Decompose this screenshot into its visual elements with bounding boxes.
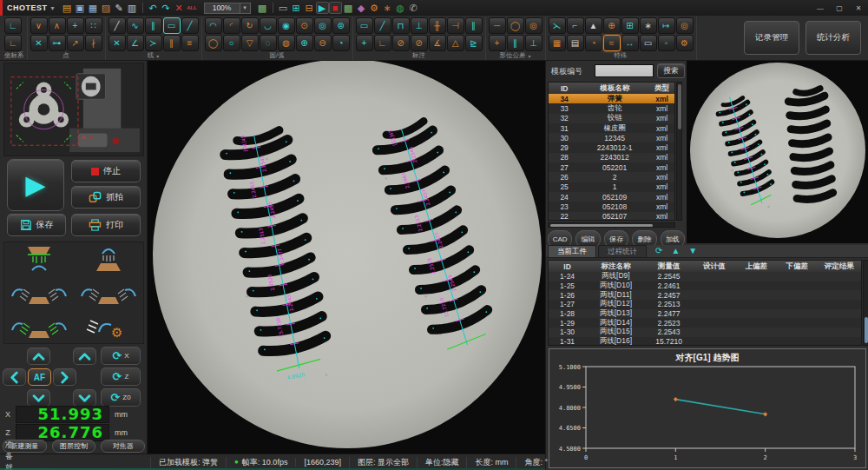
ribbon-tool-icon[interactable]: ∟ [4,17,22,34]
ribbon-tool-icon[interactable]: ⊙ [296,17,313,34]
ribbon-tool-icon[interactable]: ∥ [465,17,483,34]
layers-icon[interactable]: ⊟ [303,2,316,14]
jog-up-2-button[interactable] [73,348,96,365]
reset-z0-button[interactable]: ⟳Z0 [101,388,141,407]
ribbon-tool-icon[interactable]: ∟ [4,35,22,51]
zoom-select[interactable]: 100% ▾ [204,3,251,14]
ribbon-tool-icon[interactable]: ⊥ [525,35,542,51]
maximize-button[interactable]: ▢ [830,2,849,14]
undo-icon[interactable]: ↶ [147,2,160,14]
reset-z-button[interactable]: ⟳Z [101,367,141,386]
ribbon-tool-icon[interactable]: ↻ [241,17,259,34]
template-row[interactable]: 23052108xml [549,202,674,211]
jog-down-button[interactable] [27,389,50,407]
autofocus-button[interactable]: AF [28,368,51,386]
ribbon-tool-icon[interactable]: ∠ [127,35,144,51]
template-row[interactable]: 24052109xml [549,192,674,202]
jog-up-button[interactable] [27,348,50,365]
template-search-button[interactable]: 搜索 [657,63,685,78]
ribbon-tool-icon[interactable]: ╫ [429,17,446,34]
ribbon-tool-icon[interactable]: △ [447,35,464,51]
template-row[interactable]: 3012345xml [549,133,674,142]
ribbon-tool-icon[interactable]: ✕ [30,35,48,51]
zoom-caret-icon[interactable]: ▾ [240,3,251,14]
main-camera-view[interactable]: [G1]452.25452.24612.24572.25132.24772.25… [148,61,545,453]
save-file-icon[interactable]: ▣ [74,2,87,14]
jog-right-button[interactable] [53,368,76,386]
ribbon-tool-icon[interactable]: ╱ [181,17,199,34]
template-row[interactable]: 27052201xml [549,162,674,172]
ribbon-tool-icon[interactable]: ∗ [640,17,657,34]
ribbon-tool-icon[interactable]: ╱ [108,17,126,34]
ribbon-tool-icon[interactable]: ∟ [374,35,391,51]
ribbon-tool-icon[interactable]: ⚙ [676,35,694,51]
template-table-hscrollbar[interactable] [548,222,675,228]
template-row[interactable]: 34弹簧xml [549,94,674,103]
move-up-icon[interactable]: ▲ [671,247,680,255]
ribbon-tool-icon[interactable]: ≈ [603,35,621,51]
focuser-button[interactable]: 对焦器 [101,440,145,453]
statistics-button[interactable]: 统计分析 [806,21,861,55]
ribbon-tool-icon[interactable]: ▭ [163,17,181,34]
ribbon-tool-icon[interactable]: ▤ [567,35,584,51]
template-row[interactable]: 33齿轮xml [549,103,674,113]
gamepad-icon[interactable]: ◆ [355,2,368,14]
light-coaxial-button[interactable] [74,242,143,276]
template-row[interactable]: 22052107xml [549,212,674,221]
ribbon-tool-icon[interactable]: ↦ [658,17,675,34]
ribbon-tool-icon[interactable]: ◡ [260,17,277,34]
ribbon-tool-icon[interactable]: ⊓ [392,17,410,34]
light-transmitted-button[interactable] [4,242,74,276]
template-row[interactable]: 262xml [549,172,674,182]
ribbon-tool-icon[interactable]: ⊶ [49,35,66,51]
ribbon-tool-icon[interactable]: ∤ [85,35,102,51]
capture-button[interactable]: 抓拍 [71,186,141,209]
delete-icon[interactable]: ✕ [173,2,186,14]
app-menu-caret[interactable]: ▾ [51,4,55,12]
template-row[interactable]: 32铰链xml [549,114,674,123]
ribbon-tool-icon[interactable]: ∿ [127,17,144,34]
edit-note-icon[interactable]: ✎ [113,2,126,14]
ribbon-tool-icon[interactable]: ⊖ [314,35,332,51]
ribbon-tool-icon[interactable]: ⌐ [567,17,584,34]
group-dropdown-caret[interactable]: ▾ [528,53,530,59]
ribbon-tool-icon[interactable]: ∥ [507,35,524,51]
ribbon-tool-icon[interactable]: ⊘ [392,35,410,51]
ribbon-tool-icon[interactable]: ∡ [429,35,446,51]
clipboard-icon[interactable]: ▥ [126,2,139,14]
ribbon-tool-icon[interactable]: ▭ [356,17,373,34]
export-icon[interactable]: ▨ [100,2,113,14]
record-icon[interactable]: ■ [329,2,342,14]
group-dropdown-caret[interactable]: ▾ [156,53,159,59]
ribbon-tool-icon[interactable]: + [489,35,506,51]
records-manage-button[interactable]: 记录管理 [744,21,799,55]
ribbon-tool-icon[interactable]: ∷ [85,17,102,34]
light-ring-b-button[interactable] [74,276,143,310]
light-ring-a-button[interactable] [4,276,74,310]
ribbon-tool-icon[interactable]: ◍ [278,35,295,51]
tab-current-workpiece[interactable]: 当前工件 [548,245,596,257]
result-row[interactable]: 1-31两线[D16]15.7210 [549,337,861,346]
run-measure-button[interactable]: ▶ [7,159,64,211]
jog-down-2-button[interactable] [73,389,96,407]
ribbon-tool-icon[interactable]: ⊘ [411,35,428,51]
ribbon-tool-icon[interactable]: ↗ [67,35,84,51]
ribbon-tool-icon[interactable]: + [356,35,373,51]
ribbon-tool-icon[interactable]: ⊣ [447,17,464,34]
ribbon-tool-icon[interactable]: ⊜ [332,17,350,34]
ribbon-tool-icon[interactable]: ◯ [507,17,524,34]
grid-snap-icon[interactable]: ⊞ [290,2,303,14]
template-table-scrollbar[interactable] [676,82,682,221]
ribbon-tool-icon[interactable]: ≡ [181,35,199,51]
move-down-icon[interactable]: ▼ [688,247,697,255]
ribbon-tool-icon[interactable]: ⊥ [411,17,428,34]
window-icon[interactable]: ▭ [277,2,290,14]
globe-icon[interactable]: ◍ [394,2,407,14]
ribbon-tool-icon[interactable]: ◎ [676,17,694,34]
ribbon-tool-icon[interactable]: ◎ [314,17,332,34]
ribbon-tool-icon[interactable]: ◎ [525,17,542,34]
tab-process-statistics[interactable]: 过程统计 [598,245,647,257]
reset-x-button[interactable]: ⟳X [101,347,141,365]
ribbon-tool-icon[interactable]: ○ [223,35,240,51]
layer-control-button[interactable]: 图层控制 [52,440,96,453]
